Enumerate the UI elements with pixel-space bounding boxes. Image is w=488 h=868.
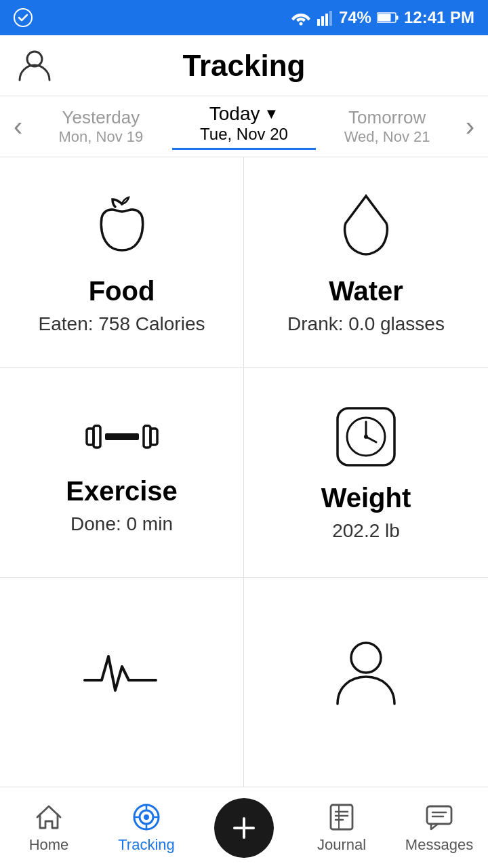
svg-point-23 [144, 814, 149, 820]
messages-icon [424, 802, 454, 832]
dropdown-arrow-icon: ▼ [264, 105, 279, 123]
nav-tracking[interactable]: Tracking [98, 802, 195, 854]
vitals-icon [81, 646, 163, 701]
battery-icon [377, 12, 399, 24]
water-cell[interactable]: Water Drank: 0.0 glasses [244, 157, 488, 368]
home-icon [34, 802, 64, 832]
food-title: Food [89, 276, 155, 307]
battery-percent: 74% [339, 8, 371, 27]
tomorrow-label: Tomorrow [316, 107, 459, 128]
bottom-nav: Home Tracking Journal [0, 787, 488, 868]
tracking-grid: Food Eaten: 758 Calories Water Drank: 0.… [0, 157, 488, 788]
svg-rect-26 [331, 805, 352, 829]
today-date: Tue, Nov 20 [172, 125, 315, 144]
water-subtitle: Drank: 0.0 glasses [287, 313, 445, 335]
nav-journal[interactable]: Journal [293, 802, 390, 854]
tracking-icon [131, 802, 161, 832]
avatar-icon[interactable] [16, 46, 53, 85]
prev-arrow[interactable]: ‹ [7, 111, 29, 142]
today-label: Today ▼ [172, 103, 315, 125]
check-circle-icon [14, 8, 33, 27]
profile-icon [332, 636, 400, 711]
svg-point-0 [14, 9, 32, 26]
nav-home[interactable]: Home [0, 802, 98, 854]
yesterday-date: Mon, Nov 19 [29, 128, 172, 146]
exercise-subtitle: Done: 0 min [70, 513, 173, 535]
signal-icon [317, 9, 333, 26]
tomorrow-date: Wed, Nov 21 [316, 128, 459, 146]
messages-label: Messages [405, 836, 473, 854]
food-subtitle: Eaten: 758 Calories [39, 313, 205, 335]
nav-add[interactable] [195, 798, 293, 858]
today-section[interactable]: Today ▼ Tue, Nov 20 [172, 103, 315, 150]
exercise-icon [81, 410, 163, 464]
weight-title: Weight [321, 483, 411, 513]
water-icon [336, 189, 396, 264]
tracking-label: Tracking [118, 836, 175, 854]
profile-cell[interactable] [244, 578, 488, 788]
status-right: 74% 12:41 PM [290, 8, 474, 27]
weight-subtitle: 202.2 lb [332, 520, 400, 542]
svg-rect-14 [150, 429, 157, 445]
svg-rect-5 [329, 11, 332, 26]
svg-rect-31 [427, 806, 451, 824]
yesterday-section[interactable]: Yesterday Mon, Nov 19 [29, 107, 172, 146]
add-button[interactable] [214, 798, 274, 858]
water-title: Water [329, 276, 403, 307]
svg-rect-12 [87, 429, 94, 445]
plus-icon [228, 812, 260, 844]
svg-rect-4 [325, 14, 328, 26]
status-bar: 74% 12:41 PM [0, 0, 488, 35]
svg-rect-2 [317, 19, 320, 26]
exercise-cell[interactable]: Exercise Done: 0 min [0, 368, 244, 578]
svg-point-19 [364, 435, 368, 439]
vitals-cell[interactable] [0, 578, 244, 788]
food-icon [88, 189, 156, 264]
journal-icon [327, 802, 357, 832]
svg-rect-10 [105, 433, 139, 440]
weight-icon [332, 403, 400, 471]
weight-cell[interactable]: Weight 202.2 lb [244, 368, 488, 578]
food-cell[interactable]: Food Eaten: 758 Calories [0, 157, 244, 368]
svg-rect-3 [321, 16, 324, 26]
date-nav: ‹ Yesterday Mon, Nov 19 Today ▼ Tue, Nov… [0, 96, 488, 157]
svg-rect-8 [396, 16, 398, 20]
status-left [14, 8, 33, 27]
time-display: 12:41 PM [404, 8, 474, 27]
tomorrow-section[interactable]: Tomorrow Wed, Nov 21 [316, 107, 459, 146]
yesterday-label: Yesterday [29, 107, 172, 128]
wifi-icon [290, 9, 312, 26]
svg-point-20 [351, 643, 381, 673]
svg-point-1 [299, 22, 302, 26]
nav-messages[interactable]: Messages [390, 802, 488, 854]
next-arrow[interactable]: › [459, 111, 481, 142]
home-label: Home [29, 836, 69, 854]
page-title: Tracking [183, 49, 306, 83]
header: Tracking [0, 35, 488, 96]
journal-label: Journal [317, 836, 366, 854]
exercise-title: Exercise [66, 476, 178, 507]
svg-rect-7 [378, 14, 390, 22]
